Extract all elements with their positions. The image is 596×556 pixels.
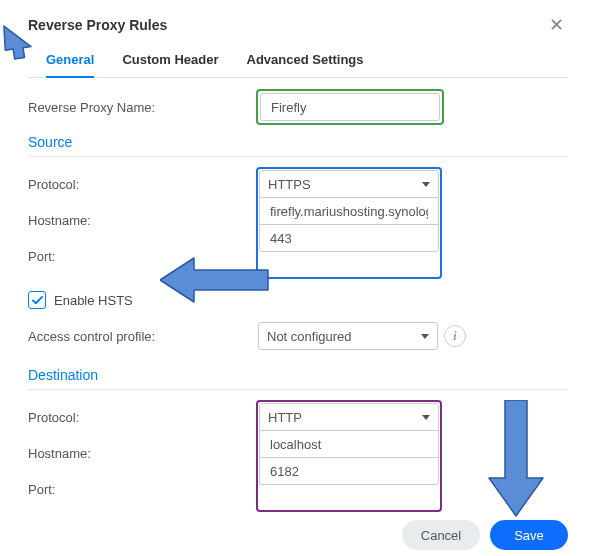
tab-advanced-settings[interactable]: Advanced Settings — [247, 44, 364, 77]
src-port-wrap — [259, 224, 439, 252]
hsts-label: Enable HSTS — [54, 293, 133, 308]
dst-protocol-select[interactable]: HTTP — [259, 403, 439, 431]
src-port-input[interactable] — [268, 230, 430, 247]
dialog-footer: Cancel Save — [28, 510, 568, 550]
src-protocol-select[interactable]: HTTPS — [259, 170, 439, 198]
name-label: Reverse Proxy Name: — [28, 100, 258, 115]
row-hsts: Enable HSTS — [28, 285, 568, 315]
tab-bar: General Custom Header Advanced Settings — [28, 44, 568, 78]
dst-port-wrap — [259, 457, 439, 485]
titlebar: Reverse Proxy Rules ✕ — [28, 16, 568, 34]
tab-general[interactable]: General — [46, 44, 94, 77]
dst-protocol-label: Protocol: — [28, 410, 258, 425]
dst-hostname-input[interactable] — [268, 436, 430, 453]
src-hostname-wrap — [259, 197, 439, 225]
src-hostname-input[interactable] — [268, 203, 430, 220]
name-input[interactable] — [269, 99, 431, 116]
name-input-wrap — [260, 93, 440, 121]
src-hostname-label: Hostname: — [28, 213, 258, 228]
close-icon[interactable]: ✕ — [545, 16, 568, 34]
acp-value: Not configured — [267, 329, 352, 344]
src-port-label: Port: — [28, 249, 258, 264]
dst-hostname-wrap — [259, 430, 439, 458]
src-protocol-value: HTTPS — [268, 177, 311, 192]
row-name: Reverse Proxy Name: — [28, 92, 568, 122]
dst-port-label: Port: — [28, 482, 258, 497]
dialog-title: Reverse Proxy Rules — [28, 17, 167, 33]
dst-port-input[interactable] — [268, 463, 430, 480]
dst-hostname-label: Hostname: — [28, 446, 258, 461]
row-acp: Access control profile: Not configured i — [28, 321, 568, 351]
section-destination-title: Destination — [28, 367, 568, 390]
acp-select[interactable]: Not configured — [258, 322, 438, 350]
reverse-proxy-dialog: Reverse Proxy Rules ✕ General Custom Hea… — [0, 0, 596, 556]
acp-label: Access control profile: — [28, 329, 258, 344]
tab-custom-header[interactable]: Custom Header — [122, 44, 218, 77]
hsts-checkbox[interactable] — [28, 291, 46, 309]
check-icon — [32, 295, 43, 306]
cancel-button[interactable]: Cancel — [402, 520, 480, 550]
section-source-title: Source — [28, 134, 568, 157]
src-protocol-label: Protocol: — [28, 177, 258, 192]
save-button[interactable]: Save — [490, 520, 568, 550]
dst-protocol-value: HTTP — [268, 410, 302, 425]
info-icon[interactable]: i — [444, 325, 466, 347]
